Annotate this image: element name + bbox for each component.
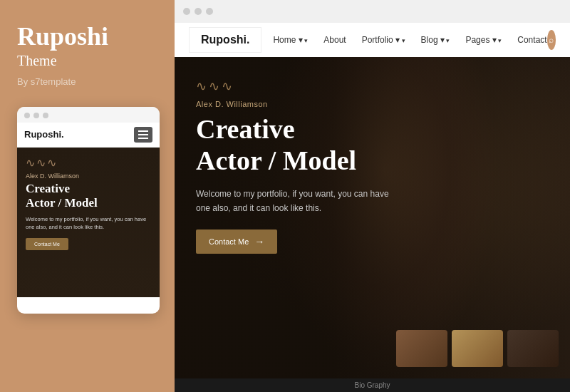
mobile-logo: Ruposhi. bbox=[24, 129, 64, 140]
hero-wave-decoration: ∿∿∿ bbox=[196, 78, 549, 94]
mobile-window-controls bbox=[17, 107, 160, 123]
mobile-preview-card: Ruposhi. ∿∿∿ Alex D. Williamson Creative… bbox=[17, 107, 160, 314]
desktop-navbar: Ruposhi. Home ▾ About Portfolio ▾ Blog ▾… bbox=[175, 23, 570, 57]
thumbnail-3[interactable] bbox=[507, 330, 559, 367]
desktop-preview-panel: Ruposhi. Home ▾ About Portfolio ▾ Blog ▾… bbox=[175, 0, 570, 392]
hero-description: Welcome to my portfolio, if you want, yo… bbox=[196, 187, 395, 215]
bio-strip: Bio Graphy bbox=[175, 378, 570, 392]
app-title: Ruposhi bbox=[17, 23, 157, 51]
nav-pages[interactable]: Pages ▾ bbox=[465, 35, 502, 45]
mobile-cta-button[interactable]: Contact Me bbox=[26, 238, 68, 250]
hero-headline: Creative Actor / Model bbox=[196, 114, 549, 176]
bio-strip-label: Bio Graphy bbox=[354, 381, 390, 389]
mobile-hero-name: Alex D. Williamson bbox=[26, 172, 151, 180]
mobile-dot-1 bbox=[24, 113, 30, 118]
mobile-nav: Ruposhi. bbox=[17, 123, 160, 148]
desktop-hero-section: ∿∿∿ Alex D. Williamson Creative Actor / … bbox=[175, 57, 570, 378]
browser-dot-red bbox=[183, 8, 190, 15]
browser-chrome bbox=[175, 0, 570, 23]
hero-cta-button[interactable]: Contact Me → bbox=[196, 229, 277, 254]
sidebar: Ruposhi Theme By s7template Ruposhi. ∿∿∿… bbox=[0, 0, 175, 392]
nav-about[interactable]: About bbox=[323, 35, 346, 45]
app-subtitle: Theme bbox=[17, 53, 157, 69]
nav-home[interactable]: Home ▾ bbox=[273, 35, 308, 45]
desktop-nav-links: Home ▾ About Portfolio ▾ Blog ▾ Pages ▾ … bbox=[273, 35, 546, 45]
search-icon: ⌕ bbox=[549, 35, 554, 46]
nav-portfolio[interactable]: Portfolio ▾ bbox=[362, 35, 405, 45]
search-button[interactable]: ⌕ bbox=[547, 30, 556, 50]
cta-arrow-icon: → bbox=[254, 236, 264, 247]
thumbnail-2[interactable] bbox=[452, 330, 503, 367]
author-credit: By s7template bbox=[17, 76, 157, 87]
desktop-logo: Ruposhi. bbox=[189, 27, 261, 53]
mobile-wave-decoration: ∿∿∿ bbox=[26, 156, 151, 170]
nav-contact[interactable]: Contact bbox=[517, 35, 546, 45]
mobile-hero-description: Welcome to my portfolio, if you want, yo… bbox=[26, 216, 151, 231]
hero-person-name: Alex D. Williamson bbox=[196, 100, 549, 108]
mobile-dot-2 bbox=[33, 113, 39, 118]
browser-dot-green bbox=[206, 8, 213, 15]
mobile-hero-section: ∿∿∿ Alex D. Williamson Creative Actor / … bbox=[17, 148, 160, 297]
cta-label: Contact Me bbox=[209, 237, 249, 246]
nav-blog[interactable]: Blog ▾ bbox=[421, 35, 450, 45]
browser-dot-yellow bbox=[195, 8, 202, 15]
mobile-dot-3 bbox=[43, 113, 48, 118]
hamburger-icon[interactable] bbox=[134, 127, 152, 143]
thumbnail-strip bbox=[396, 330, 559, 367]
thumbnail-1[interactable] bbox=[396, 330, 447, 367]
mobile-hero-title: Creative Actor / Model bbox=[26, 182, 151, 211]
